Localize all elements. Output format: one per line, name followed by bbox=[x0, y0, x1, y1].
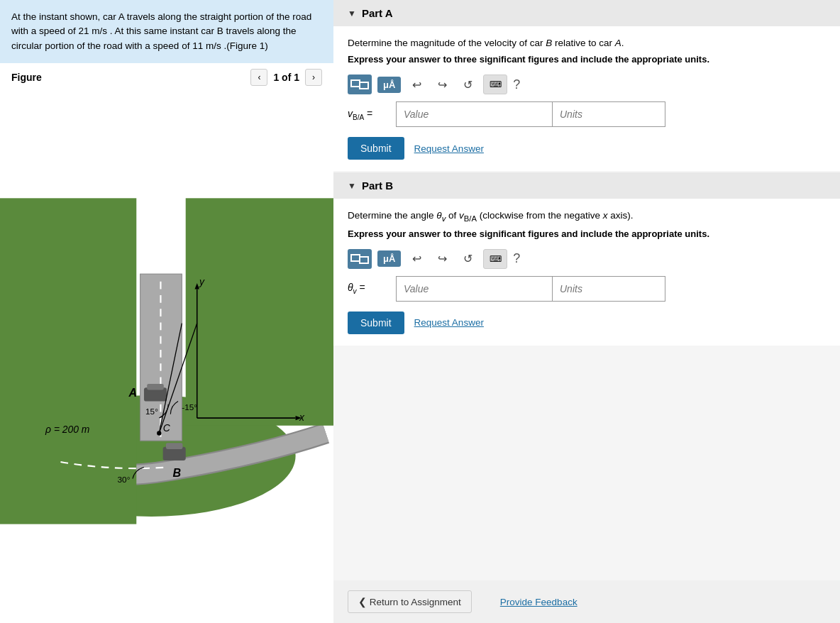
part-a-input-row: vB/A = bbox=[348, 101, 826, 127]
svg-text:C: C bbox=[163, 422, 171, 434]
svg-text:-15°: -15° bbox=[182, 402, 197, 412]
svg-rect-7 bbox=[147, 384, 164, 390]
keyboard-button-b[interactable]: ⌨ bbox=[483, 249, 507, 269]
redo-button-b[interactable]: ↪ bbox=[432, 249, 452, 269]
mu-button-a[interactable]: μÅ bbox=[377, 77, 401, 93]
part-b-instruction: Express your answer to three significant… bbox=[348, 228, 826, 239]
figure-canvas: A B C x y bbox=[0, 92, 333, 623]
part-a-buttons: Submit Request Answer bbox=[348, 137, 826, 160]
svg-text:y: y bbox=[199, 276, 205, 287]
svg-rect-5 bbox=[186, 198, 333, 425]
part-a-value-input[interactable] bbox=[396, 101, 552, 127]
svg-text:15°: 15° bbox=[145, 406, 158, 415]
part-a-description: Determine the magnitude of the velocity … bbox=[348, 38, 826, 48]
right-panel: ▼ Part A Determine the magnitude of the … bbox=[333, 0, 840, 623]
part-b-section: ▼ Part B Determine the angle θv of vB/A … bbox=[333, 172, 840, 346]
problem-text: At the instant shown, car A travels alon… bbox=[0, 0, 333, 63]
prev-figure-button[interactable]: ‹ bbox=[250, 69, 267, 86]
svg-text:ρ = 200 m: ρ = 200 m bbox=[45, 424, 89, 435]
figure-label: Figure bbox=[11, 72, 42, 83]
part-b-content: Determine the angle θv of vB/A (clockwis… bbox=[333, 199, 840, 346]
part-a-instruction: Express your answer to three significant… bbox=[348, 54, 826, 65]
svg-text:x: x bbox=[299, 412, 305, 423]
part-b-submit-button[interactable]: Submit bbox=[348, 312, 404, 334]
figure-header: Figure ‹ 1 of 1 › bbox=[0, 63, 333, 92]
part-a-input-label: vB/A = bbox=[348, 108, 390, 121]
format-icon-b[interactable] bbox=[348, 249, 372, 269]
help-button-b[interactable]: ? bbox=[513, 251, 520, 266]
part-b-description: Determine the angle θv of vB/A (clockwis… bbox=[348, 210, 826, 223]
part-a-arrow: ▼ bbox=[348, 9, 356, 18]
part-a-label: Part A bbox=[362, 7, 393, 19]
part-b-buttons: Submit Request Answer bbox=[348, 312, 826, 334]
part-a-section: ▼ Part A Determine the magnitude of the … bbox=[333, 0, 840, 171]
part-a-content: Determine the magnitude of the velocity … bbox=[333, 26, 840, 171]
svg-rect-4 bbox=[0, 198, 136, 524]
left-panel: At the instant shown, car A travels alon… bbox=[0, 0, 333, 623]
redo-button-a[interactable]: ↪ bbox=[432, 75, 452, 94]
part-a-request-answer-button[interactable]: Request Answer bbox=[414, 143, 484, 154]
part-a-toolbar: μÅ ↩ ↪ ↺ ⌨ ? bbox=[348, 75, 826, 94]
format-icon-a[interactable] bbox=[348, 75, 372, 94]
part-b-input-label: θv = bbox=[348, 282, 390, 295]
part-b-value-input[interactable] bbox=[396, 276, 552, 302]
undo-button-a[interactable]: ↩ bbox=[407, 75, 426, 94]
keyboard-button-a[interactable]: ⌨ bbox=[483, 75, 507, 94]
provide-feedback-button[interactable]: Provide Feedback bbox=[500, 597, 578, 607]
mu-button-b[interactable]: μÅ bbox=[377, 250, 401, 267]
return-to-assignment-button[interactable]: ❮ Return to Assignment bbox=[348, 590, 472, 613]
figure-nav: ‹ 1 of 1 › bbox=[250, 69, 322, 86]
part-b-arrow: ▼ bbox=[348, 181, 356, 191]
part-a-header: ▼ Part A bbox=[333, 0, 840, 26]
reset-button-b[interactable]: ↺ bbox=[458, 249, 477, 269]
reset-button-a[interactable]: ↺ bbox=[458, 75, 477, 94]
part-a-submit-button[interactable]: Submit bbox=[348, 137, 404, 160]
part-b-units-input[interactable] bbox=[552, 276, 665, 302]
bottom-bar: ❮ Return to Assignment Provide Feedback bbox=[333, 580, 840, 623]
undo-button-b[interactable]: ↩ bbox=[407, 249, 426, 269]
svg-rect-10 bbox=[166, 443, 183, 449]
part-b-label: Part B bbox=[362, 180, 393, 192]
part-b-request-answer-button[interactable]: Request Answer bbox=[414, 317, 484, 328]
next-figure-button[interactable]: › bbox=[305, 69, 322, 86]
help-button-a[interactable]: ? bbox=[513, 77, 520, 92]
svg-text:A: A bbox=[128, 386, 138, 399]
figure-svg: A B C x y bbox=[0, 92, 333, 623]
page-indicator: 1 of 1 bbox=[273, 72, 299, 83]
svg-text:30°: 30° bbox=[118, 475, 131, 484]
part-b-toolbar: μÅ ↩ ↪ ↺ ⌨ ? bbox=[348, 249, 826, 269]
figure-area: Figure ‹ 1 of 1 › bbox=[0, 63, 333, 623]
part-a-units-input[interactable] bbox=[552, 101, 665, 127]
part-b-header: ▼ Part B bbox=[333, 172, 840, 199]
part-b-input-row: θv = bbox=[348, 276, 826, 302]
svg-text:B: B bbox=[173, 466, 182, 479]
